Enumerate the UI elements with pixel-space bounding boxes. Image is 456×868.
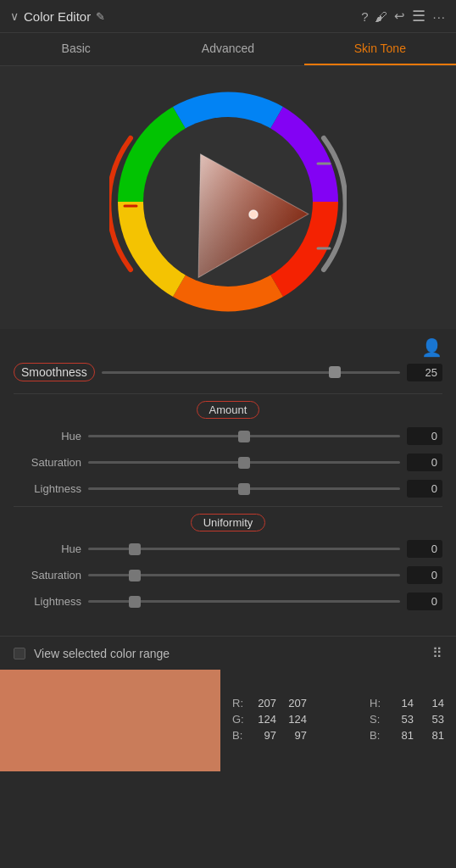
h-val2: 14 — [419, 697, 444, 709]
divider-2 — [14, 506, 442, 507]
edit-icon[interactable]: ✎ — [96, 10, 105, 23]
amount-saturation-slider[interactable] — [88, 461, 400, 464]
color-info-g-row: G: 124 124 S: 53 53 — [232, 713, 444, 726]
divider-1 — [14, 393, 442, 394]
s-val2: 53 — [419, 713, 444, 726]
amount-label: Amount — [197, 401, 260, 419]
amount-hue-slider[interactable] — [88, 435, 400, 437]
view-range-checkbox[interactable] — [14, 648, 25, 659]
color-wheel-svg[interactable] — [109, 83, 347, 320]
color-swatch-1 — [0, 670, 110, 771]
tab-basic[interactable]: Basic — [0, 33, 152, 65]
h-label: H: — [370, 697, 383, 709]
r-val2: 207 — [281, 697, 307, 709]
tab-advanced[interactable]: Advanced — [152, 33, 303, 65]
color-wheel-container[interactable] — [109, 83, 347, 320]
amount-saturation-value[interactable]: 0 — [407, 453, 442, 471]
skin-icon-row: 👤 — [14, 337, 442, 358]
uniformity-lightness-row: Lightness 0 — [14, 593, 442, 610]
uniformity-lightness-label: Lightness — [14, 595, 81, 608]
uniformity-lightness-thumb[interactable] — [129, 596, 141, 608]
b2-val2: 81 — [419, 729, 444, 742]
header: ∨ Color Editor ✎ ? 🖌 ↩ ☰ ··· — [0, 0, 456, 33]
skin-tone-icon: 👤 — [421, 337, 442, 358]
b-val1: 97 — [251, 729, 276, 742]
undo-icon[interactable]: ↩ — [394, 8, 405, 24]
amount-section-header: Amount — [14, 401, 442, 419]
uniformity-lightness-value[interactable]: 0 — [407, 593, 442, 610]
color-info-panel: R: 207 207 H: 14 14 G: 124 124 — [220, 670, 456, 771]
color-info-r-row: R: 207 207 H: 14 14 — [232, 697, 444, 709]
g-val2: 124 — [281, 713, 307, 726]
r-label: R: — [232, 697, 246, 709]
uniformity-section-header: Uniformity — [14, 514, 442, 531]
uniformity-saturation-label: Saturation — [14, 569, 81, 581]
b2-val1: 81 — [388, 729, 414, 742]
uniformity-saturation-value[interactable]: 0 — [407, 566, 442, 584]
tabs-bar: Basic Advanced Skin Tone — [0, 33, 456, 66]
r-val1: 207 — [251, 697, 276, 709]
h-val1: 14 — [388, 697, 414, 709]
tab-skin-tone[interactable]: Skin Tone — [304, 33, 456, 65]
uniformity-lightness-slider[interactable] — [88, 600, 400, 603]
amount-saturation-row: Saturation 0 — [14, 453, 442, 471]
help-icon[interactable]: ? — [361, 9, 368, 24]
amount-lightness-row: Lightness 0 — [14, 480, 442, 498]
uniformity-saturation-row: Saturation 0 — [14, 566, 442, 584]
g-label: G: — [232, 713, 246, 726]
scatter-plot-icon[interactable]: ⠿ — [432, 645, 442, 661]
brush-icon[interactable]: 🖌 — [375, 9, 387, 24]
menu-icon[interactable]: ☰ — [412, 7, 425, 25]
swatches-row: R: 207 207 H: 14 14 G: 124 124 — [0, 670, 456, 771]
amount-saturation-thumb[interactable] — [238, 457, 250, 469]
amount-hue-thumb[interactable] — [238, 431, 250, 442]
uniformity-hue-row: Hue 0 — [14, 540, 442, 558]
s-label: S: — [370, 713, 383, 726]
bottom-section: View selected color range ⠿ R: 207 207 H… — [0, 636, 456, 771]
uniformity-hue-slider[interactable] — [88, 548, 400, 550]
panel-collapse-icon[interactable]: ∨ — [10, 9, 19, 23]
controls-section: 👤 Smoothness 25 Amount Hue 0 Saturation … — [0, 329, 456, 627]
color-swatch-2 — [110, 670, 220, 771]
smoothness-label: Smoothness — [14, 363, 95, 381]
uniformity-saturation-slider[interactable] — [88, 574, 400, 576]
b2-label: B: — [370, 729, 383, 742]
amount-hue-value[interactable]: 0 — [407, 427, 442, 445]
amount-saturation-label: Saturation — [14, 456, 81, 469]
smoothness-slider-thumb[interactable] — [329, 366, 341, 378]
uniformity-hue-label: Hue — [14, 542, 81, 555]
amount-lightness-value[interactable]: 0 — [407, 480, 442, 498]
uniformity-label: Uniformity — [191, 514, 266, 531]
uniformity-hue-thumb[interactable] — [129, 543, 141, 555]
uniformity-hue-value[interactable]: 0 — [407, 540, 442, 558]
smoothness-slider-track[interactable] — [102, 371, 400, 374]
amount-lightness-label: Lightness — [14, 482, 81, 495]
s-val1: 53 — [388, 713, 414, 726]
color-wheel-section — [0, 66, 456, 329]
g-val1: 124 — [251, 713, 276, 726]
amount-lightness-slider[interactable] — [88, 487, 400, 490]
panel-title: Color Editor — [24, 9, 91, 24]
color-info-table: R: 207 207 H: 14 14 G: 124 124 — [232, 697, 444, 745]
amount-hue-row: Hue 0 — [14, 427, 442, 445]
b-label: B: — [232, 729, 246, 742]
b-val2: 97 — [281, 729, 307, 742]
amount-lightness-thumb[interactable] — [238, 483, 250, 495]
more-icon[interactable]: ··· — [432, 9, 446, 24]
amount-hue-label: Hue — [14, 430, 81, 442]
uniformity-saturation-thumb[interactable] — [129, 570, 141, 581]
view-range-label: View selected color range — [34, 647, 424, 660]
smoothness-row: Smoothness 25 — [14, 363, 442, 381]
color-info-b-row: B: 97 97 B: 81 81 — [232, 729, 444, 742]
smoothness-value[interactable]: 25 — [407, 364, 442, 381]
view-range-row: View selected color range ⠿ — [0, 637, 456, 670]
color-picker-point[interactable] — [249, 210, 258, 219]
